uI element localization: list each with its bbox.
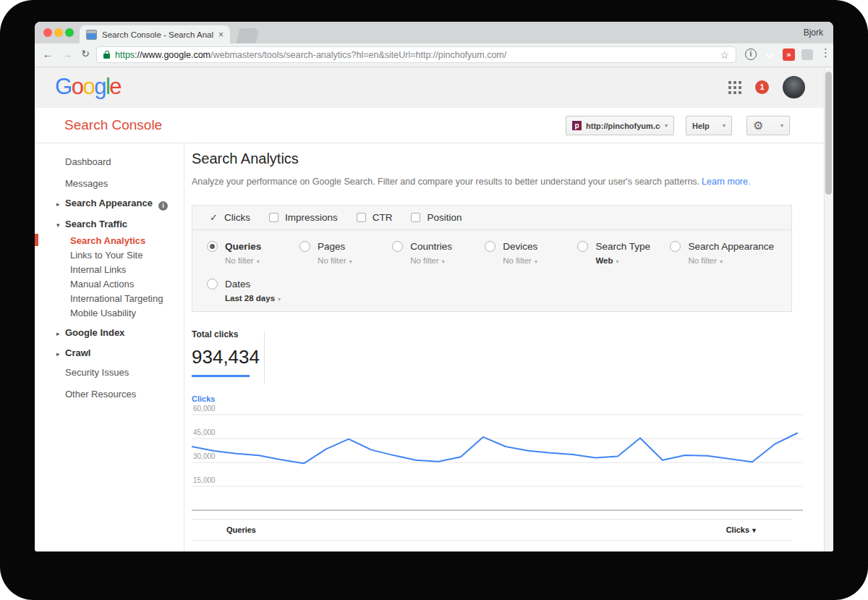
red-extension-icon[interactable]: [783, 48, 795, 61]
page-body: Dashboard Messages Search Appearancei Se…: [35, 143, 833, 552]
radio-icon[interactable]: [670, 241, 681, 252]
selected-item-indicator: [35, 234, 38, 246]
sidebar-item-messages[interactable]: Messages: [35, 177, 184, 191]
filter-dropdown[interactable]: No filter: [225, 256, 261, 265]
dimension-devices[interactable]: Devices No filter: [485, 240, 577, 265]
help-dropdown[interactable]: Help: [686, 116, 732, 135]
close-window-button[interactable]: [43, 28, 52, 37]
url-bar[interactable]: https ://www.google.com /webmasters/tool…: [96, 46, 736, 63]
new-tab-button[interactable]: [236, 28, 259, 43]
filter-dropdown[interactable]: No filter: [503, 256, 537, 265]
sidebar-item-internal-links[interactable]: Internal Links: [35, 263, 184, 277]
caret-down-icon: [535, 258, 537, 265]
radio-icon[interactable]: [207, 279, 218, 290]
caret-down-icon: [665, 122, 668, 129]
chrome-profile-name: Bjork: [804, 28, 823, 38]
clicks-chart-svg: [192, 407, 803, 516]
site-url: http://pinchofyum.com/: [586, 122, 660, 130]
settings-dropdown[interactable]: [746, 116, 790, 135]
filter-dropdown[interactable]: No filter: [410, 256, 452, 265]
dimension-queries[interactable]: Queries No filter: [207, 240, 299, 265]
filter-dropdown[interactable]: No filter: [318, 256, 352, 265]
y-axis-tick-label: 60,000: [193, 405, 216, 413]
scrollbar[interactable]: [824, 67, 833, 552]
dimension-pages[interactable]: Pages No filter: [299, 240, 392, 265]
site-selector-dropdown[interactable]: p http://pinchofyum.com/: [566, 116, 674, 135]
filter-dropdown[interactable]: No filter: [688, 256, 774, 265]
metric-clicks[interactable]: Clicks: [210, 212, 250, 223]
dimension-countries[interactable]: Countries No filter: [392, 240, 485, 265]
zoom-window-button[interactable]: [65, 28, 74, 37]
metrics-row: Clicks Impressions CTR Position: [192, 206, 791, 230]
checkbox-icon[interactable]: [411, 213, 420, 222]
sidebar-item-security-issues[interactable]: Security Issues: [35, 366, 184, 380]
sidebar-item-mobile-usability[interactable]: Mobile Usability: [35, 306, 184, 321]
sidebar-item-crawl[interactable]: Crawl: [35, 346, 184, 361]
tab-close-icon[interactable]: ×: [218, 30, 224, 39]
filter-dropdown[interactable]: Last 28 days: [225, 294, 281, 303]
info-extension-icon[interactable]: i: [745, 48, 757, 60]
google-logo[interactable]: Google: [55, 74, 121, 100]
minimize-window-button[interactable]: [54, 28, 63, 37]
radio-icon[interactable]: [392, 241, 403, 252]
tab-title: Search Console - Search Analy: [102, 30, 213, 39]
sidebar-item-google-index[interactable]: Google Index: [35, 326, 184, 341]
sidebar-item-search-traffic[interactable]: Search Traffic: [35, 217, 184, 232]
sidebar: Dashboard Messages Search Appearancei Se…: [35, 143, 184, 552]
bookmark-star-icon[interactable]: ☆: [720, 49, 729, 61]
dimension-search-type[interactable]: Search Type Web: [577, 240, 670, 265]
sidebar-item-dashboard[interactable]: Dashboard: [35, 155, 184, 169]
google-apps-grid-icon[interactable]: [728, 81, 741, 94]
sidebar-item-international-targeting[interactable]: International Targeting: [35, 292, 184, 306]
sidebar-item-links-to-your-site[interactable]: Links to Your Site: [35, 248, 184, 263]
page-description: Analyze your performance on Google Searc…: [192, 177, 750, 187]
site-favicon-icon: p: [572, 121, 582, 130]
radio-selected-icon[interactable]: [207, 241, 218, 252]
learn-more-link[interactable]: Learn more.: [702, 177, 750, 187]
radio-icon[interactable]: [577, 241, 588, 252]
tab-bar: Search Console - Search Analy × Bjork: [35, 22, 833, 43]
metric-divider: [264, 331, 265, 384]
info-icon[interactable]: i: [158, 201, 168, 211]
radio-icon[interactable]: [299, 241, 310, 252]
secure-lock-icon: [103, 54, 110, 59]
checkbox-icon[interactable]: [357, 213, 366, 222]
caret-down-icon: [723, 122, 726, 129]
checkbox-icon[interactable]: [269, 213, 278, 222]
triangle-down-icon: [56, 218, 65, 232]
metric-impressions[interactable]: Impressions: [269, 212, 338, 223]
radio-icon[interactable]: [485, 241, 495, 252]
dimension-row-1: Queries No filter Pages No filter Countr…: [207, 240, 791, 265]
total-clicks-label: Total clicks: [192, 329, 260, 339]
browser-menu-icon[interactable]: [820, 46, 831, 59]
sidebar-item-search-analytics[interactable]: Search Analytics: [35, 234, 184, 248]
total-clicks-card: Total clicks 934,434: [192, 329, 260, 377]
caret-down-icon: [349, 258, 352, 265]
sort-desc-icon: ▼: [751, 527, 757, 534]
back-icon[interactable]: ←: [41, 48, 55, 60]
browser-tab[interactable]: Search Console - Search Analy ×: [80, 25, 230, 43]
sidebar-item-manual-actions[interactable]: Manual Actions: [35, 277, 184, 292]
account-avatar[interactable]: [783, 76, 805, 98]
scrollbar-thumb[interactable]: [825, 72, 832, 195]
inactive-extension-icon: [801, 49, 813, 60]
metric-position[interactable]: Position: [411, 212, 461, 223]
y-axis-tick-label: 15,000: [193, 476, 216, 484]
gear-icon: [753, 119, 763, 132]
forward-icon[interactable]: →: [59, 48, 74, 60]
clicks-sort-header[interactable]: Clicks▼: [726, 525, 757, 534]
dimension-search-appearance[interactable]: Search Appearance No filter: [670, 240, 791, 265]
sidebar-item-other-resources[interactable]: Other Resources: [35, 387, 184, 402]
dimension-dates[interactable]: Dates Last 28 days: [207, 278, 301, 303]
search-console-favicon-icon: [86, 30, 97, 40]
reload-icon[interactable]: ↻: [78, 48, 93, 59]
sidebar-nav: Dashboard Messages Search Appearancei Se…: [35, 143, 184, 402]
queries-column-header[interactable]: Queries: [226, 525, 256, 534]
sidebar-item-search-appearance[interactable]: Search Appearancei: [35, 196, 184, 211]
metric-ctr[interactable]: CTR: [357, 212, 393, 223]
dimension-rows: Queries No filter Pages No filter Countr…: [192, 230, 791, 311]
triangle-right-icon: [56, 197, 65, 211]
notification-badge[interactable]: 1: [755, 80, 769, 94]
total-clicks-value: 934,434: [192, 346, 260, 368]
filter-dropdown[interactable]: Web: [595, 256, 650, 265]
